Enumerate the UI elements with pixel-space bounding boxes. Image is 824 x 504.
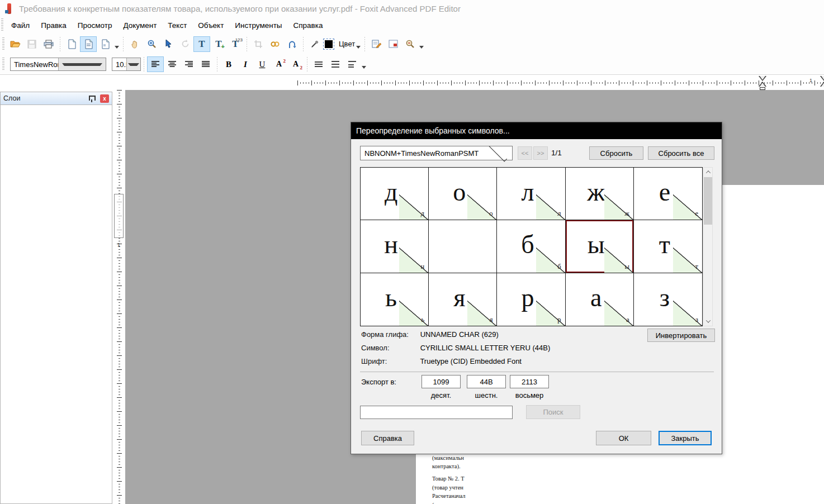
- rotate-tool-button[interactable]: [177, 36, 193, 52]
- glyph-cell[interactable]: е е: [634, 168, 702, 220]
- line-spacing-loose-button[interactable]: [344, 56, 361, 72]
- glyph-cell[interactable]: т т: [634, 220, 702, 273]
- reset-all-button[interactable]: Сбросить все: [648, 146, 714, 160]
- search-input[interactable]: [360, 406, 513, 419]
- scrollbar-thumb[interactable]: [704, 177, 712, 225]
- export-decimal-field[interactable]: 1099: [422, 375, 461, 388]
- menu-item[interactable]: Правка: [35, 19, 72, 32]
- facing-page-button[interactable]: [97, 36, 113, 52]
- glyph-cell[interactable]: о о: [429, 168, 497, 220]
- bold-button[interactable]: B: [220, 56, 237, 72]
- menu-item[interactable]: Документ: [117, 19, 162, 32]
- font-family-dropdown[interactable]: [58, 58, 106, 70]
- export-hex-field[interactable]: 44B: [467, 375, 506, 388]
- reset-button[interactable]: Сбросить: [589, 146, 643, 160]
- line-spacing-medium-button[interactable]: [327, 56, 344, 72]
- glyph-cell[interactable]: ж ж: [566, 168, 634, 220]
- undo-arc-button[interactable]: [283, 36, 300, 52]
- glyph-shape-label: Форма глифа:: [361, 330, 418, 339]
- crop-tool-button[interactable]: [250, 36, 267, 52]
- print-button[interactable]: [40, 36, 57, 52]
- ok-button[interactable]: ОК: [596, 431, 651, 445]
- single-page-button[interactable]: [63, 36, 80, 52]
- menu-item[interactable]: Текст: [162, 19, 192, 32]
- loupe-button[interactable]: [401, 36, 418, 52]
- dialog-title-bar[interactable]: Переопределение выбранных символов...: [351, 122, 722, 139]
- glyph-cell[interactable]: б б: [497, 220, 565, 273]
- view-tools-dropdown[interactable]: [418, 36, 425, 52]
- hand-tool-button[interactable]: [126, 36, 143, 52]
- align-left-button[interactable]: [147, 56, 164, 72]
- align-right-button[interactable]: [181, 56, 197, 72]
- invert-button[interactable]: Инвертировать: [647, 329, 715, 342]
- subscript-button[interactable]: A2: [287, 56, 304, 72]
- continuous-page-button[interactable]: [80, 36, 97, 52]
- glyph-cell[interactable]: з з: [634, 273, 702, 326]
- menu-item[interactable]: Файл: [6, 19, 35, 32]
- export-label: Экспорт в:: [361, 378, 396, 386]
- line-spacing-dropdown[interactable]: [361, 56, 367, 72]
- italic-button[interactable]: I: [237, 56, 254, 72]
- glyph-cell[interactable]: д д: [361, 168, 429, 220]
- image-frame-button[interactable]: [385, 36, 401, 52]
- dialog-font-select[interactable]: NBNONM+TimesNewRomanPSMT: [360, 146, 513, 160]
- zoom-tool-button[interactable]: [143, 36, 160, 52]
- line-spacing-tight-icon: [314, 60, 323, 68]
- text-tool-button[interactable]: T: [193, 36, 210, 52]
- page-mode-dropdown[interactable]: [113, 36, 120, 52]
- menu-bar: ФайлПравкаПросмотрДокументТекстОбъектИнс…: [0, 17, 824, 34]
- dialog-font-value: NBNONM+TimesNewRomanPSMT: [361, 149, 482, 158]
- prev-page-button[interactable]: <<: [518, 146, 532, 160]
- close-button[interactable]: Закрыть: [659, 431, 712, 445]
- glyph-cell[interactable]: н н: [361, 220, 429, 273]
- magnifier-icon: [147, 39, 157, 49]
- superscript-button[interactable]: A2: [271, 56, 287, 72]
- glyph-code-letter: ь: [421, 316, 424, 324]
- dialog-title: Переопределение выбранных символов...: [356, 126, 510, 135]
- select-tool-button[interactable]: [160, 36, 177, 52]
- menu-item[interactable]: Просмотр: [72, 19, 118, 32]
- save-button[interactable]: [23, 36, 40, 52]
- pin-icon[interactable]: [88, 94, 96, 102]
- glyph-cell[interactable]: а а: [566, 273, 634, 326]
- font-size-dropdown[interactable]: [126, 58, 141, 70]
- help-button[interactable]: Справка: [361, 431, 414, 445]
- align-center-button[interactable]: [164, 56, 181, 72]
- next-page-button[interactable]: >>: [533, 146, 548, 160]
- ruler-selection-marker[interactable]: [114, 194, 124, 238]
- export-octal-field[interactable]: 2113: [510, 375, 549, 388]
- eyedropper-button[interactable]: [306, 36, 323, 52]
- export-decimal-label: десят.: [422, 391, 461, 400]
- glyph-cell[interactable]: ы ы: [566, 220, 634, 273]
- glyph-cell[interactable]: я я: [429, 273, 497, 326]
- glyph-cell[interactable]: л л: [497, 168, 565, 220]
- search-button[interactable]: Поиск: [526, 405, 580, 419]
- glyph-cell[interactable]: [429, 220, 497, 273]
- scroll-up-arrow[interactable]: [704, 168, 712, 177]
- menu-item[interactable]: Справка: [288, 19, 329, 32]
- scroll-down-arrow[interactable]: [704, 317, 712, 326]
- line-spacing-tight-button[interactable]: [310, 56, 327, 72]
- font-value: Truetype (CID) Embedded Font: [420, 357, 522, 365]
- color-dropdown[interactable]: [355, 36, 362, 52]
- numbering-text-button[interactable]: T123: [227, 36, 244, 52]
- menu-item[interactable]: Объект: [192, 19, 229, 32]
- underline-button[interactable]: U: [254, 56, 271, 72]
- panel-close-button[interactable]: x: [100, 94, 109, 103]
- edit-document-button[interactable]: [368, 36, 385, 52]
- add-text-button[interactable]: T+: [210, 36, 227, 52]
- font-family-select[interactable]: TimesNewRomanPSMT: [10, 58, 106, 71]
- link-tool-button[interactable]: [267, 36, 283, 52]
- glyph-cell[interactable]: р р: [497, 273, 565, 326]
- ruler-edge-marker[interactable]: [820, 75, 824, 90]
- color-swatch-button[interactable]: [323, 36, 334, 52]
- open-button[interactable]: [7, 36, 23, 52]
- font-size-select[interactable]: 10.5: [112, 58, 141, 71]
- align-justify-button[interactable]: [197, 56, 214, 72]
- glyph-grid-scrollbar[interactable]: [703, 167, 713, 326]
- menu-item[interactable]: Инструменты: [229, 19, 287, 32]
- toolbar-grip: [2, 37, 4, 51]
- ruler-cursor-marker[interactable]: [758, 75, 767, 90]
- glyph-cell[interactable]: ь ь: [361, 273, 429, 326]
- italic-icon: I: [244, 60, 247, 69]
